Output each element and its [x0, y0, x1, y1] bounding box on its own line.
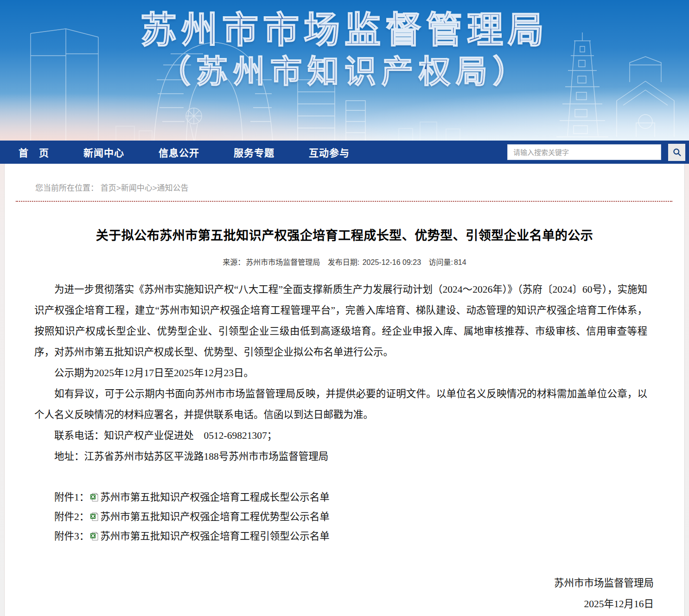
meta-views-value: 814 [454, 258, 466, 266]
breadcrumb-divider [16, 201, 672, 202]
excel-file-icon [90, 532, 99, 541]
article-paragraph: 公示期为2025年12月17日至2025年12月23日。 [34, 363, 647, 384]
attachment-row: 附件2：苏州市第五批知识产权强企培育工程优势型公示名单 [34, 507, 647, 526]
attachment-link-leading[interactable]: 苏州市第五批知识产权强企培育工程引领型公示名单 [100, 531, 330, 542]
breadcrumb-notices[interactable]: 通知公告 [157, 184, 189, 192]
attachment-label: 附件1： [54, 492, 89, 503]
meta-source-label: 来源： [223, 258, 245, 266]
nav-item-home[interactable]: 首 页 [19, 145, 49, 159]
breadcrumb-separator: > [116, 184, 121, 192]
article-paragraph-address: 地址：江苏省苏州市姑苏区平泷路188号苏州市市场监督管理局 [34, 446, 647, 467]
nav-item-interaction[interactable]: 互动参与 [309, 145, 350, 159]
attachment-list: 附件1：苏州市第五批知识产权强企培育工程成长型公示名单 附件2：苏州市第五批知识… [34, 488, 647, 546]
breadcrumb: 您当前所在位置： 首页>新闻中心>通知公告 [5, 164, 684, 193]
attachment-label: 附件2： [54, 511, 89, 522]
nav-item-news[interactable]: 新闻中心 [83, 145, 124, 159]
attachment-row: 附件3：苏州市第五批知识产权强企培育工程引领型公示名单 [34, 526, 647, 546]
meta-views-label: 访问量: [429, 258, 453, 266]
content-panel: 您当前所在位置： 首页>新闻中心>通知公告 关于拟公布苏州市第五批知识产权强企培… [4, 164, 685, 616]
article-paragraph-phone: 联系电话：知识产权产业促进处 0512-69821307； [34, 425, 647, 446]
excel-file-icon [90, 512, 99, 521]
main-navbar: 首 页 新闻中心 信息公开 服务专题 互动参与 [0, 141, 689, 164]
meta-source-value: 苏州市市场监督管理局 [246, 258, 320, 266]
article-paragraph: 为进一步贯彻落实《苏州市实施知识产权“八大工程”全面支撑新质生产力发展行动计划（… [34, 279, 647, 363]
search-button[interactable] [668, 144, 685, 161]
breadcrumb-separator: > [153, 184, 157, 192]
excel-file-icon [90, 493, 99, 502]
breadcrumb-home[interactable]: 首页 [101, 184, 116, 192]
search-input[interactable] [507, 144, 661, 160]
attachment-link-growth[interactable]: 苏州市第五批知识产权强企培育工程成长型公示名单 [100, 492, 330, 503]
article-body: 为进一步贯彻落实《苏州市实施知识产权“八大工程”全面支撑新质生产力发展行动计划（… [34, 279, 647, 467]
site-title: 苏州市市场监督管理局 （苏州市知识产权局） [0, 12, 689, 87]
article-signature: 苏州市市场监督管理局 2025年12月16日 [5, 573, 684, 615]
article-paragraph: 如有异议，可于公示期内书面向苏州市市场监督管理局反映，并提供必要的证明文件。以单… [34, 384, 647, 425]
attachment-row: 附件1：苏州市第五批知识产权强企培育工程成长型公示名单 [34, 488, 647, 507]
search-icon [672, 148, 682, 157]
site-title-line1: 苏州市市场监督管理局 [0, 12, 689, 48]
meta-date-label: 发布日期: [328, 258, 359, 266]
page-title: 关于拟公布苏州市第五批知识产权强企培育工程成长型、优势型、引领型企业名单的公示 [42, 225, 647, 244]
nav-item-services[interactable]: 服务专题 [234, 145, 274, 159]
breadcrumb-label: 您当前所在位置： [35, 184, 98, 192]
nav-item-info[interactable]: 信息公开 [159, 145, 199, 159]
site-title-line2: （苏州市知识产权局） [0, 56, 689, 87]
attachment-label: 附件3： [54, 531, 89, 542]
breadcrumb-news[interactable]: 新闻中心 [121, 184, 153, 192]
signature-org: 苏州市市场监督管理局 [5, 573, 654, 594]
site-banner: 苏州市市场监督管理局 （苏州市知识产权局） [0, 0, 689, 141]
attachment-link-advantage[interactable]: 苏州市第五批知识产权强企培育工程优势型公示名单 [100, 511, 330, 522]
signature-date: 2025年12月16日 [5, 594, 654, 615]
search-area [507, 144, 685, 161]
meta-date-value: 2025-12-16 09:23 [363, 258, 421, 266]
article-meta: 来源：苏州市市场监督管理局 发布日期: 2025-12-16 09:23 访问量… [5, 256, 684, 267]
